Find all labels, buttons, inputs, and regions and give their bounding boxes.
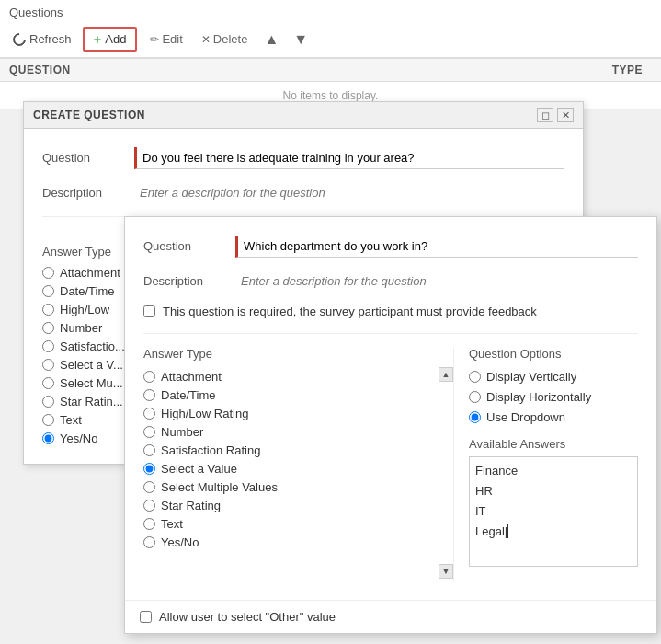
scroll-down-arrow[interactable]: ▼ [439, 564, 453, 579]
modal-2-question-label: Question [143, 236, 235, 253]
display-horizontally-label: Display Horizontally [486, 390, 591, 404]
scroll-up-arrow[interactable]: ▲ [439, 367, 453, 382]
radio-selectvalue-1[interactable] [42, 359, 54, 371]
list-item: Star Rating [143, 499, 437, 512]
radio-datetime-2[interactable] [143, 389, 155, 401]
modal-1-titlebar: CREATE QUESTION ◻ ✕ [24, 102, 583, 129]
radio-display-vertically[interactable] [469, 371, 481, 383]
toolbar: Refresh + Add ✏ Edit ✕ Delete ▲ ▼ [0, 21, 661, 58]
question-options-col: Question Options Display Vertically Disp… [454, 347, 638, 581]
radio-display-horizontally[interactable] [469, 391, 481, 403]
list-item: Number [143, 425, 437, 439]
x-icon: ✕ [201, 33, 211, 46]
radio-selectmulti-1[interactable] [42, 377, 54, 389]
available-answers-section: Available Answers Finance HR IT Legal| [469, 437, 638, 567]
table-header: QUESTION TYPE [0, 59, 661, 82]
required-checkbox[interactable] [143, 305, 155, 317]
modal-1-maximize-button[interactable]: ◻ [537, 108, 553, 122]
plus-icon: + [94, 31, 102, 47]
create-question-modal-2: Question Description This question is re… [124, 216, 657, 634]
list-item: Text [143, 517, 437, 531]
list-item: High/Low Rating [143, 407, 437, 420]
list-item: Select Multiple Values [143, 480, 437, 494]
pencil-icon: ✏ [150, 33, 159, 46]
required-label: This question is required, the survey pa… [163, 305, 537, 318]
question-options-list: Display Vertically Display Horizontally … [469, 370, 638, 424]
add-button[interactable]: + Add [83, 27, 138, 52]
refresh-button[interactable]: Refresh [9, 30, 75, 48]
modal-2-answer-type-list: Attachment Date/Time High/Low Rating Num… [143, 370, 437, 549]
col-question-header: QUESTION [9, 63, 541, 76]
radio-number-2[interactable] [143, 426, 155, 438]
text-cursor: | [505, 524, 508, 538]
move-down-button[interactable]: ▼ [290, 29, 312, 50]
modal-1-title: CREATE QUESTION [33, 109, 145, 121]
modal-2-question-field [235, 236, 638, 258]
available-answers-title: Available Answers [469, 437, 638, 451]
option-use-dropdown: Use Dropdown [469, 410, 638, 424]
radio-yesno-2[interactable] [143, 536, 155, 548]
modal-1-description-field [134, 182, 564, 203]
radio-attachment-1[interactable] [42, 267, 54, 279]
answer-hr: HR [475, 481, 632, 501]
edit-label: Edit [162, 32, 182, 46]
radio-satisfaction-2[interactable] [143, 444, 155, 456]
answer-finance: Finance [475, 461, 632, 481]
modal-1-description-label: Description [42, 182, 134, 200]
use-dropdown-label: Use Dropdown [486, 410, 565, 424]
modal-2-footer: Allow user to select "Other" value [125, 600, 656, 633]
allow-other-label: Allow user to select "Other" value [159, 610, 336, 624]
question-options-title: Question Options [469, 347, 638, 361]
delete-label: Delete [213, 32, 248, 46]
modal-2-body: Question Description This question is re… [125, 217, 656, 600]
option-display-horizontally: Display Horizontally [469, 390, 638, 404]
radio-highlow-2[interactable] [143, 408, 155, 420]
answer-type-col-title: Answer Type [143, 347, 444, 361]
modal-1-question-field [134, 147, 564, 169]
list-item: Yes/No [143, 535, 437, 549]
modal-2-description-input[interactable] [235, 270, 638, 292]
radio-text-1[interactable] [42, 414, 54, 426]
two-col-section: Answer Type Attachment Date/Time High/Lo… [143, 333, 638, 581]
radio-selectmulti-2[interactable] [143, 481, 155, 493]
radio-selectvalue-2[interactable] [143, 463, 155, 475]
answer-legal: Legal| [475, 522, 632, 542]
radio-starrating-1[interactable] [42, 396, 54, 408]
modal-1-actions: ◻ ✕ [537, 108, 574, 122]
available-answers-box[interactable]: Finance HR IT Legal| [469, 456, 638, 567]
page-title: Questions [0, 0, 661, 21]
display-vertically-label: Display Vertically [486, 370, 576, 384]
refresh-icon [10, 30, 28, 49]
modal-2-description-field [235, 270, 638, 292]
radio-highlow-1[interactable] [42, 304, 54, 316]
modal-1-description-input[interactable] [134, 182, 564, 203]
answer-type-col: Answer Type Attachment Date/Time High/Lo… [143, 347, 454, 581]
refresh-label: Refresh [29, 32, 72, 46]
edit-button[interactable]: ✏ Edit [144, 30, 188, 48]
modal-2-description-label: Description [143, 270, 235, 288]
list-item: Satisfaction Rating [143, 443, 437, 457]
option-display-vertically: Display Vertically [469, 370, 638, 384]
list-item: Attachment [143, 370, 437, 384]
modal-2-question-input[interactable] [235, 236, 638, 258]
list-item: Date/Time [143, 388, 437, 402]
move-up-button[interactable]: ▲ [260, 29, 282, 50]
modal-2-description-row: Description [143, 270, 638, 292]
radio-number-1[interactable] [42, 322, 54, 334]
answer-type-scroll[interactable]: Attachment Date/Time High/Low Rating Num… [143, 370, 444, 581]
radio-yesno-1[interactable] [42, 432, 54, 444]
radio-use-dropdown[interactable] [469, 411, 481, 423]
modal-1-question-input[interactable] [134, 147, 564, 169]
radio-starrating-2[interactable] [143, 500, 155, 512]
radio-attachment-2[interactable] [143, 371, 155, 383]
radio-datetime-1[interactable] [42, 285, 54, 297]
modal-1-question-row: Question [42, 147, 564, 169]
allow-other-checkbox[interactable] [140, 611, 152, 623]
list-item: Select a Value [143, 462, 437, 476]
modal-1-description-row: Description [42, 182, 564, 203]
required-row: This question is required, the survey pa… [143, 305, 638, 318]
modal-1-close-button[interactable]: ✕ [557, 108, 574, 122]
radio-satisfaction-1[interactable] [42, 340, 54, 352]
delete-button[interactable]: ✕ Delete [196, 30, 254, 48]
radio-text-2[interactable] [143, 518, 155, 530]
